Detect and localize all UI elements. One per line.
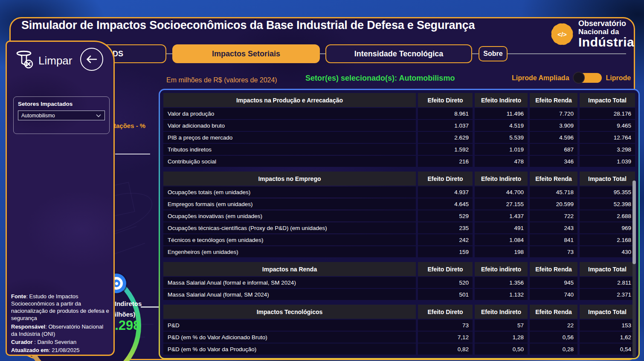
- column-header: Impacto Total: [580, 305, 635, 319]
- back-arrow-icon: [84, 52, 99, 67]
- cell-value: 841: [530, 234, 577, 245]
- cell-value: 520: [418, 277, 473, 288]
- cell-value: 0,50: [475, 344, 528, 355]
- table-section: Impactos na Produção e ArrecadaçãoEfeito…: [163, 93, 635, 167]
- table-section-title: Impactos Tecnológicos: [163, 305, 416, 319]
- unit-note: Em milhões de R$ (valores de 2024): [166, 76, 277, 84]
- cell-value: 4.596: [530, 132, 577, 143]
- cell-value: 1.356: [475, 277, 528, 288]
- cell-value: 5.539: [475, 132, 528, 143]
- tab-intensidade-tecnologica[interactable]: Intensidade Tecnológica: [325, 44, 472, 63]
- row-label: Massa Salarial Anual (formal, SM 2024): [163, 289, 416, 300]
- app-background: Simulador de Impactos Socioeconômicos da…: [0, 0, 644, 361]
- tab-impactos-setoriais[interactable]: Impactos Setoriais: [172, 44, 320, 63]
- column-header: Efeito indireto: [475, 262, 528, 276]
- cell-value: 1.592: [418, 144, 473, 155]
- code-icon: </>: [550, 22, 574, 46]
- cell-value: 529: [418, 210, 473, 221]
- cell-value: 430: [580, 246, 635, 257]
- cell-value: 22: [530, 320, 577, 331]
- hidden-chart-axis-line: [115, 154, 150, 154]
- cell-value: 7,12: [418, 332, 473, 343]
- cell-value: 11.496: [475, 108, 528, 119]
- row-label: Técnicos e tecnólogos (em unidades): [163, 234, 416, 245]
- table-row: Ocupações totais (em unidades)4.93744.70…: [163, 186, 635, 198]
- row-label: Tributos indiretos: [163, 144, 416, 155]
- clear-filter-icon[interactable]: [15, 49, 37, 72]
- tab-connector: [508, 53, 626, 54]
- cell-value: 687: [530, 144, 577, 155]
- cell-value: 478: [475, 156, 528, 167]
- impact-tables: Impactos na Produção e ArrecadaçãoEfeito…: [160, 90, 638, 358]
- cell-value: 722: [530, 210, 577, 221]
- cell-value: 9.465: [580, 120, 635, 131]
- table-row: P&D (em % do Valor da Produção)0,820,500…: [163, 344, 635, 355]
- cell-value: 0,54: [580, 344, 635, 355]
- page-title: Simulador de Impactos Socioeconômicos da…: [21, 19, 516, 32]
- row-label: Engenheiros (em unidades): [163, 246, 416, 257]
- cell-value: 1.437: [475, 210, 528, 221]
- toggle-knob[interactable]: [573, 72, 585, 84]
- cell-value: 969: [580, 222, 635, 233]
- cell-value: 242: [418, 234, 473, 245]
- cell-value: 4.937: [418, 186, 473, 198]
- tab-sobre[interactable]: Sobre: [479, 46, 508, 61]
- cell-value: 1.037: [418, 120, 473, 131]
- table-scrollbar-thumb[interactable]: [632, 180, 636, 264]
- row-label: Ocupações inovativas (em unidades): [163, 210, 416, 221]
- column-header: Efeito Direto: [418, 93, 473, 107]
- cell-value: 501: [418, 289, 473, 300]
- table-row: Engenheiros (em unidades)15919873430: [163, 246, 635, 257]
- cell-value: 2.688: [580, 210, 635, 221]
- toggle-right-label: Liprode: [606, 74, 631, 82]
- table-row: Técnicos e tecnólogos (em unidades)2421.…: [163, 234, 635, 245]
- cell-value: 20.599: [530, 198, 577, 210]
- liprode-toggle[interactable]: [574, 73, 602, 83]
- cell-value: 1.039: [580, 156, 635, 167]
- cell-value: 1.019: [475, 144, 528, 155]
- table-row: Massa Salarial Anual (formal, SM 2024)50…: [163, 289, 635, 300]
- column-header: Impacto Total: [580, 262, 635, 276]
- row-label: Valor adicionado bruto: [163, 120, 416, 131]
- oni-logo: </> Observatório Nacional da Indústria: [550, 20, 634, 49]
- cell-value: 1.084: [475, 234, 528, 245]
- table-section-title: Impactos na Produção e Arrecadação: [163, 93, 416, 107]
- credits-block: Fonte: Estudo de Impactos Socioeconômico…: [11, 293, 110, 355]
- cell-value: 95.355: [580, 186, 635, 198]
- cell-value: 0,82: [418, 344, 473, 355]
- cell-value: 73: [418, 320, 473, 331]
- sector-dropdown[interactable]: Automobilismo: [18, 111, 105, 120]
- row-label: Ocupações totais (em unidades): [163, 186, 416, 198]
- column-header: Efeito Indireto: [475, 305, 528, 319]
- row-label: P&D (em % do Valor da Produção): [163, 344, 416, 355]
- impact-tables-panel: Impactos na Produção e ArrecadaçãoEfeito…: [159, 89, 640, 359]
- table-section-title: Impactos na Renda: [163, 262, 416, 276]
- column-header: Efeito Indireto: [475, 93, 528, 107]
- cell-value: 1,62: [580, 332, 635, 343]
- column-header: Efeito Renda: [530, 262, 577, 276]
- chevron-down-icon: [96, 114, 102, 118]
- cell-value: 491: [475, 222, 528, 233]
- column-header: Efeito Direto: [418, 172, 473, 186]
- row-label: Contribuição social: [163, 156, 416, 167]
- cell-value: 27.155: [475, 198, 528, 210]
- cell-value: 2.629: [418, 132, 473, 143]
- gauge-caption-line2: ilhões): [115, 311, 135, 318]
- cell-value: 52.398: [580, 198, 635, 210]
- table-row: Tributos indiretos1.5921.0196873.298: [163, 144, 635, 155]
- cell-value: 235: [418, 222, 473, 233]
- table-row: Valor adicionado bruto1.0374.5193.9099.4…: [163, 120, 635, 131]
- table-row: Empregos formais (em unidades)4.64527.15…: [163, 198, 635, 210]
- table-row: Valor da produção8.96111.4967.72028.176: [163, 108, 635, 119]
- cell-value: 159: [418, 246, 473, 257]
- cell-value: 945: [530, 277, 577, 288]
- table-row: Contribuição social2164783461.039: [163, 156, 635, 167]
- cell-value: 57: [475, 320, 528, 331]
- back-button[interactable]: [80, 48, 103, 71]
- liprode-toggle-group: Liprode Ampliada Liprode: [512, 73, 631, 83]
- clear-filter-label[interactable]: Limpar: [38, 54, 72, 67]
- oni-logo-icon: </>: [550, 22, 574, 46]
- cell-value: 3.298: [580, 144, 635, 155]
- cell-value: 2.811: [580, 277, 635, 288]
- dropdown-selected-value: Automobilismo: [21, 113, 55, 119]
